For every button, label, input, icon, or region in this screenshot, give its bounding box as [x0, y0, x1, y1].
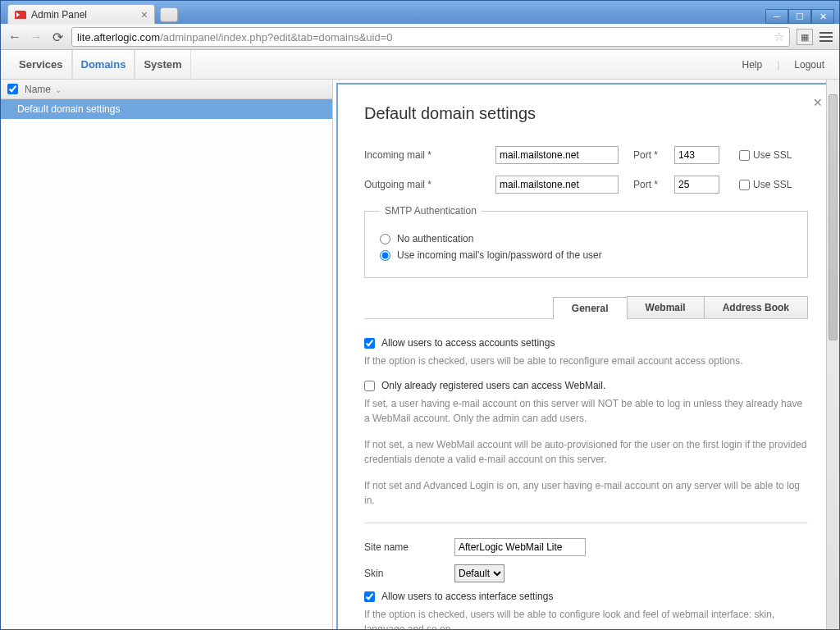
name-column-header[interactable]: Name ⌄: [25, 84, 62, 95]
allow-accounts-checkbox[interactable]: [364, 338, 375, 349]
incoming-ssl[interactable]: Use SSL: [739, 149, 792, 161]
list-header: Name ⌄: [1, 80, 332, 99]
page-content: Services Domains System Help | Logout Na…: [1, 50, 839, 629]
body-area: Name ⌄ Default domain settings ✕ Default…: [1, 80, 839, 629]
sort-arrow-icon: ⌄: [52, 85, 62, 94]
only-registered-row[interactable]: Only already registered users can access…: [364, 380, 808, 391]
mail-favicon-icon: [15, 11, 26, 19]
divider: [364, 523, 808, 523]
panel-close-icon[interactable]: ✕: [813, 96, 823, 109]
incoming-row: Incoming mail * Port * Use SSL: [364, 146, 808, 164]
settings-panel: ✕ Default domain settings Incoming mail …: [336, 83, 836, 629]
main-panel-container: ✕ Default domain settings Incoming mail …: [333, 80, 839, 629]
outgoing-port-input[interactable]: [674, 176, 719, 194]
incoming-mail-input[interactable]: [495, 146, 619, 164]
site-name-input[interactable]: [454, 538, 586, 556]
outgoing-ssl[interactable]: Use SSL: [739, 179, 792, 190]
allow-interface-row[interactable]: Allow users to access interface settings: [364, 591, 808, 602]
url-path: /adminpanel/index.php?edit&tab=domains&u…: [160, 31, 392, 43]
minimize-button[interactable]: ─: [765, 9, 788, 24]
browser-tab[interactable]: Admin Panel ×: [7, 4, 155, 24]
outgoing-ssl-checkbox[interactable]: [739, 180, 750, 190]
outgoing-mail-input[interactable]: [495, 176, 619, 194]
skin-row: Skin Default: [364, 564, 808, 582]
incoming-port-input[interactable]: [674, 146, 719, 164]
only-registered-checkbox[interactable]: [364, 381, 375, 391]
skin-select[interactable]: Default: [454, 564, 504, 582]
smtp-useincoming-radio[interactable]: [380, 250, 390, 261]
site-name-label: Site name: [364, 541, 454, 553]
titlebar: Admin Panel × ─ ☐ ✕: [1, 1, 839, 24]
scroll-thumb[interactable]: [829, 94, 838, 340]
site-name-row: Site name: [364, 538, 808, 556]
smtp-noauth-radio[interactable]: [380, 234, 390, 244]
logout-link[interactable]: Logout: [789, 59, 829, 71]
allow-accounts-row[interactable]: Allow users to access accounts settings: [364, 337, 808, 349]
forward-button[interactable]: →: [29, 30, 43, 44]
tab-strip: Admin Panel ×: [7, 1, 178, 24]
nav-services[interactable]: Services: [11, 50, 72, 80]
reload-button[interactable]: ⟳: [50, 30, 65, 44]
allow-interface-checkbox[interactable]: [364, 591, 375, 602]
list-item[interactable]: Default domain settings: [1, 99, 332, 119]
outgoing-port-label: Port *: [633, 179, 674, 190]
tab-address-book[interactable]: Address Book: [704, 296, 808, 318]
tab-title: Admin Panel: [31, 9, 87, 21]
panel-title: Default domain settings: [364, 104, 808, 123]
smtp-useincoming-row[interactable]: Use incoming mail's login/password of th…: [380, 249, 792, 261]
tab-webmail[interactable]: Webmail: [627, 296, 705, 318]
maximize-button[interactable]: ☐: [788, 9, 811, 24]
tab-general[interactable]: General: [553, 297, 628, 319]
only-registered-hint3: If not set and Advanced Login is on, any…: [364, 478, 808, 508]
url-host: lite.afterlogic.com: [77, 31, 160, 43]
smtp-legend: SMTP Authentication: [380, 205, 482, 217]
window-controls: ─ ☐ ✕: [765, 9, 834, 24]
browser-window: Admin Panel × ─ ☐ ✕ ← → ⟳ lite.afterlogi…: [0, 0, 840, 630]
outgoing-row: Outgoing mail * Port * Use SSL: [364, 176, 808, 194]
nav-domains[interactable]: Domains: [72, 50, 135, 80]
allow-accounts-hint: If the option is checked, users will be …: [364, 354, 808, 368]
smtp-noauth-row[interactable]: No authentication: [380, 233, 792, 244]
extension-icon[interactable]: ▦: [797, 29, 813, 45]
settings-tabs: General Webmail Address Book: [364, 296, 808, 319]
only-registered-hint1: If set, a user having e-mail account on …: [364, 396, 808, 426]
sidebar: Name ⌄ Default domain settings: [1, 80, 333, 629]
smtp-auth-fieldset: SMTP Authentication No authentication Us…: [364, 205, 808, 278]
outgoing-label: Outgoing mail *: [364, 179, 495, 190]
top-right-links: Help | Logout: [737, 59, 829, 71]
incoming-ssl-checkbox[interactable]: [739, 150, 750, 161]
bookmark-icon[interactable]: ☆: [774, 30, 784, 44]
general-section: Allow users to access accounts settings …: [364, 337, 808, 629]
select-all-checkbox[interactable]: [7, 84, 18, 94]
close-tab-icon[interactable]: ×: [141, 9, 148, 21]
new-tab-button[interactable]: [160, 7, 178, 22]
only-registered-hint2: If not set, a new WebMail account will b…: [364, 437, 808, 467]
skin-label: Skin: [364, 568, 454, 579]
top-nav: Services Domains System Help | Logout: [1, 50, 839, 80]
nav-system[interactable]: System: [135, 50, 190, 80]
browser-toolbar: ← → ⟳ lite.afterlogic.com/adminpanel/ind…: [1, 24, 839, 50]
scrollbar[interactable]: [826, 80, 839, 629]
address-bar[interactable]: lite.afterlogic.com/adminpanel/index.php…: [71, 27, 790, 47]
close-window-button[interactable]: ✕: [811, 9, 834, 24]
menu-icon[interactable]: [819, 32, 833, 42]
incoming-label: Incoming mail *: [364, 149, 495, 161]
back-button[interactable]: ←: [7, 30, 22, 44]
incoming-port-label: Port *: [633, 149, 674, 161]
help-link[interactable]: Help: [737, 59, 767, 71]
allow-interface-hint: If the option is checked, users will be …: [364, 607, 808, 629]
